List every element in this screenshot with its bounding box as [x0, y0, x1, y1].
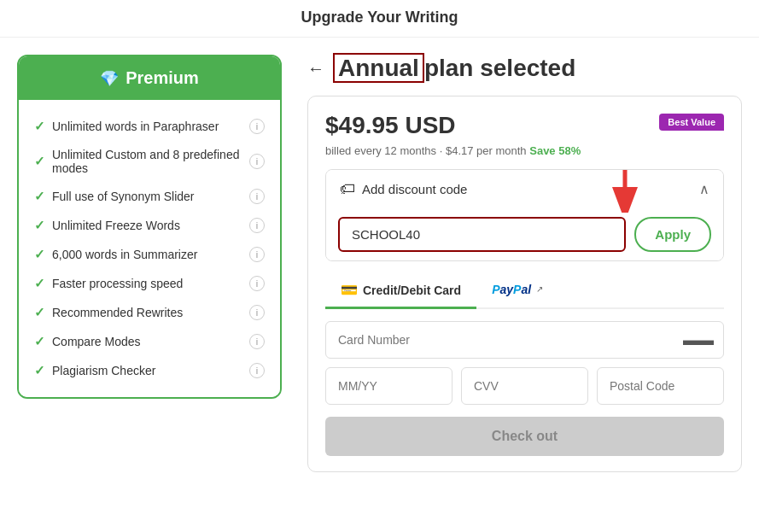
feature-label: 6,000 words in Summarizer — [52, 248, 197, 261]
chevron-up-icon: ∧ — [699, 181, 709, 197]
checkout-button[interactable]: Check out — [325, 417, 724, 456]
right-panel: ← Annualplan selected $49.95 USD Best Va… — [307, 55, 742, 472]
check-icon: ✓ — [34, 119, 45, 134]
best-value-badge: Best Value — [659, 114, 724, 131]
feature-label: Compare Modes — [52, 335, 141, 348]
feature-label: Recommended Rewrites — [52, 306, 183, 319]
discount-input-row: Apply — [326, 208, 723, 260]
info-icon[interactable]: i — [249, 334, 265, 349]
card-type-icon: ▬▬ — [683, 331, 714, 349]
discount-header[interactable]: 🏷 Add discount code ∧ — [326, 170, 723, 208]
info-icon[interactable]: i — [249, 363, 265, 378]
expiry-input[interactable] — [325, 367, 452, 405]
feature-label: Unlimited words in Paraphraser — [52, 120, 219, 133]
check-icon: ✓ — [34, 334, 45, 349]
check-icon: ✓ — [34, 305, 45, 320]
card-number-row: ▬▬ — [325, 321, 724, 359]
card-details-row — [325, 367, 724, 405]
discount-code-input[interactable] — [338, 217, 626, 252]
discount-header-left: 🏷 Add discount code — [340, 180, 467, 198]
price-amount: $49.95 USD — [325, 112, 456, 139]
diamond-icon: 💎 — [100, 69, 119, 88]
feature-label: Full use of Synonym Slider — [52, 190, 195, 203]
feature-label: Faster processing speed — [52, 277, 183, 290]
page-title: Upgrade Your Writing — [301, 9, 458, 26]
cvv-input[interactable] — [461, 367, 588, 405]
check-icon: ✓ — [34, 218, 45, 233]
list-item: ✓ 6,000 words in Summarizer i — [34, 240, 265, 269]
info-icon[interactable]: i — [249, 154, 265, 169]
billing-info: billed every 12 months · $4.17 per month… — [325, 144, 724, 157]
card-type-icons: ▬▬ — [683, 331, 714, 349]
discount-label: Add discount code — [362, 182, 467, 196]
check-icon: ✓ — [34, 247, 45, 262]
info-icon[interactable]: i — [249, 247, 265, 262]
feature-label: Unlimited Custom and 8 predefined modes — [52, 148, 249, 175]
info-icon[interactable]: i — [249, 218, 265, 233]
annual-highlight: Annual — [333, 53, 424, 83]
list-item: ✓ Recommended Rewrites i — [34, 298, 265, 327]
form-fields: ▬▬ Check out — [325, 321, 724, 456]
payment-methods: 💳 Credit/Debit Card PayPal PayPal ↗ — [325, 273, 724, 309]
list-item: ✓ Compare Modes i — [34, 327, 265, 356]
tab-card-label: Credit/Debit Card — [363, 284, 461, 297]
tab-paypal[interactable]: PayPal PayPal ↗ — [476, 273, 558, 307]
discount-section: 🏷 Add discount code ∧ — [325, 169, 724, 261]
feature-label: Unlimited Freeze Words — [52, 219, 180, 232]
plan-title-rest: plan selected — [424, 55, 575, 81]
info-icon[interactable]: i — [249, 189, 265, 204]
features-list: ✓ Unlimited words in Paraphraser i ✓ Unl… — [19, 100, 280, 397]
check-icon: ✓ — [34, 276, 45, 291]
premium-label: Premium — [126, 68, 199, 88]
check-icon: ✓ — [34, 189, 45, 204]
premium-header: 💎 Premium — [19, 56, 280, 100]
per-month: · $4.17 per month — [440, 144, 527, 157]
paypal-icon: PayPal — [492, 283, 531, 296]
price-row: $49.95 USD Best Value — [325, 112, 724, 139]
feature-label: Plagiarism Checker — [52, 364, 155, 377]
tab-credit-card[interactable]: 💳 Credit/Debit Card — [325, 273, 476, 309]
billing-period: billed every 12 months — [325, 144, 436, 157]
plan-title: Annualplan selected — [333, 55, 575, 82]
payment-card: $49.95 USD Best Value billed every 12 mo… — [307, 96, 742, 472]
check-icon: ✓ — [34, 363, 45, 378]
info-icon[interactable]: i — [249, 119, 265, 134]
list-item: ✓ Unlimited Freeze Words i — [34, 211, 265, 240]
check-icon: ✓ — [34, 154, 45, 169]
list-item: ✓ Unlimited Custom and 8 predefined mode… — [34, 141, 265, 182]
apply-button[interactable]: Apply — [634, 217, 711, 252]
list-item: ✓ Unlimited words in Paraphraser i — [34, 112, 265, 141]
info-icon[interactable]: i — [249, 305, 265, 320]
back-button[interactable]: ← — [307, 59, 324, 79]
premium-panel: 💎 Premium ✓ Unlimited words in Paraphras… — [17, 55, 282, 399]
save-text: Save 58% — [529, 144, 581, 157]
plan-title-row: ← Annualplan selected — [307, 55, 742, 82]
list-item: ✓ Plagiarism Checker i — [34, 356, 265, 385]
list-item: ✓ Full use of Synonym Slider i — [34, 182, 265, 211]
external-link-icon: ↗ — [536, 284, 543, 294]
postal-code-input[interactable] — [597, 367, 724, 405]
discount-icon: 🏷 — [340, 180, 355, 198]
info-icon[interactable]: i — [249, 276, 265, 291]
card-number-input[interactable] — [325, 321, 724, 359]
page-header: Upgrade Your Writing — [0, 0, 759, 38]
card-icon: 💳 — [341, 282, 358, 298]
list-item: ✓ Faster processing speed i — [34, 269, 265, 298]
